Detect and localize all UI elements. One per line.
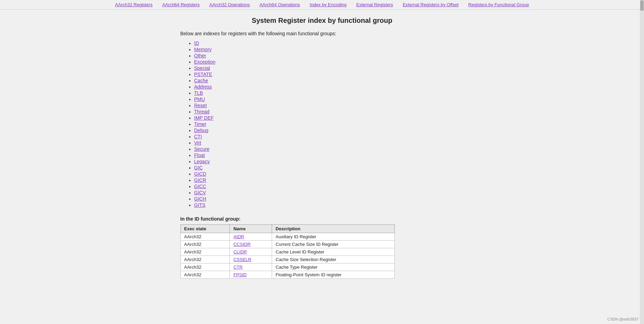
nav-aarch64-registers[interactable]: AArch64 Registers	[162, 2, 199, 7]
functional-group-link-gicv[interactable]: GICV	[194, 190, 206, 195]
functional-group-link-address[interactable]: Address	[194, 84, 212, 90]
table-row: AArch32CCSIDRCurrent Cache Size ID Regis…	[180, 241, 394, 248]
list-item: Debug	[194, 128, 464, 133]
nav-registers-by-functional-group[interactable]: Registers by Functional Group	[468, 2, 529, 7]
functional-group-link-debug[interactable]: Debug	[194, 128, 208, 133]
nav-aarch32-operations[interactable]: AArch32 Operations	[209, 2, 250, 7]
register-link-ctr[interactable]: CTR	[233, 265, 243, 270]
list-item: GICD	[194, 171, 464, 177]
list-item: GIC	[194, 165, 464, 170]
nav-external-registers[interactable]: External Registers	[356, 2, 393, 7]
scrollbar-track[interactable]	[640, 0, 644, 293]
functional-group-link-virt[interactable]: Virt	[194, 140, 202, 146]
functional-group-link-gicc[interactable]: GICC	[194, 184, 206, 189]
list-item: PSTATE	[194, 72, 464, 77]
cell-exec-state: AArch32	[180, 263, 230, 271]
list-item: Timer	[194, 121, 464, 127]
cell-description: Cache Level ID Register	[272, 248, 394, 256]
cell-name: FPSID	[230, 271, 272, 279]
intro-text: Below are indexes for registers with the…	[180, 31, 464, 36]
functional-group-link-other[interactable]: Other	[194, 53, 206, 58]
list-item: GICC	[194, 184, 464, 189]
table-row: AArch32AIDRAuxiliary ID Register	[180, 233, 394, 241]
list-item: GITS	[194, 202, 464, 208]
register-link-csselr[interactable]: CSSELR	[233, 257, 251, 262]
functional-group-link-thread[interactable]: Thread	[194, 109, 209, 114]
functional-group-link-legacy[interactable]: Legacy	[194, 159, 210, 164]
functional-group-link-gits[interactable]: GITS	[194, 202, 206, 208]
functional-group-link-gicd[interactable]: GICD	[194, 171, 206, 177]
page-title: System Register index by functional grou…	[180, 17, 464, 25]
nav-aarch32-registers[interactable]: AArch32 Registers	[115, 2, 152, 7]
functional-group-link-reset[interactable]: Reset	[194, 103, 207, 108]
list-item: Thread	[194, 109, 464, 114]
list-item: Virt	[194, 140, 464, 146]
functional-group-link-cti[interactable]: CTI	[194, 134, 202, 139]
functional-group-link-gic[interactable]: GIC	[194, 165, 203, 170]
list-item: GICV	[194, 190, 464, 195]
cell-name: AIDR	[230, 233, 272, 241]
list-item: Memory	[194, 47, 464, 52]
functional-group-link-gicr[interactable]: GICR	[194, 177, 206, 183]
functional-group-link-secure[interactable]: Secure	[194, 146, 209, 152]
list-item: Cache	[194, 78, 464, 83]
cell-exec-state: AArch32	[180, 256, 230, 263]
list-item: TLB	[194, 90, 464, 96]
list-item: Secure	[194, 146, 464, 152]
table-row: AArch32CTRCache Type Register	[180, 263, 394, 271]
scrollbar-thumb[interactable]	[640, 0, 644, 11]
col-description: Description	[272, 225, 394, 233]
list-item: PMU	[194, 96, 464, 102]
functional-group-link-imp-def[interactable]: IMP DEF	[194, 115, 214, 121]
list-item: Address	[194, 84, 464, 90]
col-exec-state: Exec state	[180, 225, 230, 233]
list-item: Special	[194, 65, 464, 71]
cell-description: Cache Type Register	[272, 263, 394, 271]
cell-name: CCSIDR	[230, 241, 272, 248]
register-link-clidr[interactable]: CLIDR	[233, 249, 247, 254]
cell-exec-state: AArch32	[180, 248, 230, 256]
functional-group-link-timer[interactable]: Timer	[194, 121, 206, 127]
functional-group-link-memory[interactable]: Memory	[194, 47, 212, 52]
list-item: GICR	[194, 177, 464, 183]
main-content: System Register index by functional grou…	[167, 10, 478, 293]
cell-description: Floating-Point System ID register	[272, 271, 394, 279]
list-item: Exception	[194, 59, 464, 65]
cell-description: Auxiliary ID Register	[272, 233, 394, 241]
functional-group-link-id[interactable]: ID	[194, 40, 199, 46]
list-item: GICH	[194, 196, 464, 202]
list-item: Legacy	[194, 159, 464, 164]
cell-description: Cache Size Selection Register	[272, 256, 394, 263]
functional-group-link-special[interactable]: Special	[194, 65, 210, 71]
list-item: Float	[194, 152, 464, 158]
cell-name: CTR	[230, 263, 272, 271]
nav-aarch64-operations[interactable]: AArch64 Operations	[260, 2, 300, 7]
functional-group-list: IDMemoryOtherExceptionSpecialPSTATECache…	[180, 40, 464, 208]
cell-name: CSSELR	[230, 256, 272, 263]
functional-group-link-pstate[interactable]: PSTATE	[194, 72, 212, 77]
table-body: AArch32AIDRAuxiliary ID RegisterAArch32C…	[180, 233, 394, 279]
table-row: AArch32FPSIDFloating-Point System ID reg…	[180, 271, 394, 279]
functional-group-link-tlb[interactable]: TLB	[194, 90, 203, 96]
list-item: Reset	[194, 103, 464, 108]
cell-exec-state: AArch32	[180, 233, 230, 241]
register-link-ccsidr[interactable]: CCSIDR	[233, 242, 251, 247]
functional-group-link-float[interactable]: Float	[194, 152, 205, 158]
nav-external-registers-by-offset[interactable]: External Registers by Offset	[403, 2, 459, 7]
register-link-aidr[interactable]: AIDR	[233, 234, 244, 239]
functional-group-link-gich[interactable]: GICH	[194, 196, 206, 202]
cell-exec-state: AArch32	[180, 241, 230, 248]
register-link-fpsid[interactable]: FPSID	[233, 272, 246, 277]
col-name: Name	[230, 225, 272, 233]
nav-index-by-encoding[interactable]: Index by Encoding	[310, 2, 347, 7]
list-item: Other	[194, 53, 464, 58]
functional-group-link-cache[interactable]: Cache	[194, 78, 208, 83]
table-row: AArch32CSSELRCache Size Selection Regist…	[180, 256, 394, 263]
id-section-heading: In the ID functional group:	[180, 216, 464, 222]
functional-group-link-exception[interactable]: Exception	[194, 59, 215, 65]
navigation-bar: AArch32 RegistersAArch64 RegistersAArch3…	[0, 0, 644, 10]
table-header: Exec state Name Description	[180, 225, 394, 233]
list-item: ID	[194, 40, 464, 46]
functional-group-link-pmu[interactable]: PMU	[194, 96, 205, 102]
cell-name: CLIDR	[230, 248, 272, 256]
